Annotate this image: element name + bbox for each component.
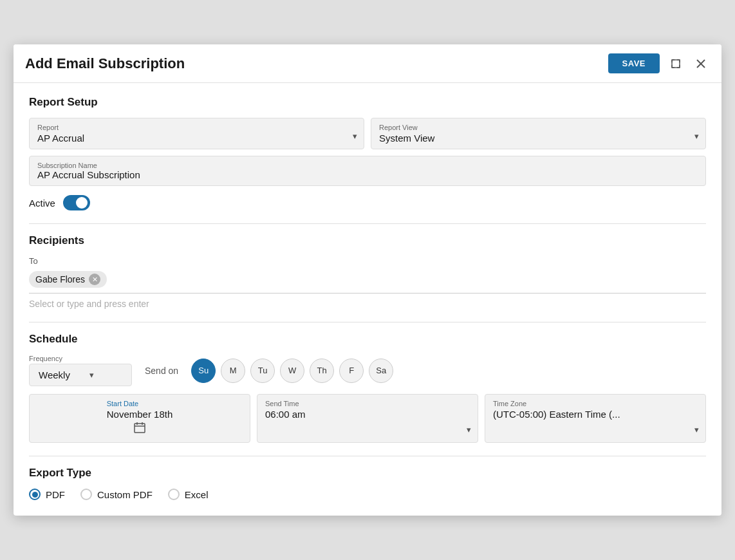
recipients-input-area[interactable]: Gabe Flores ✕ (29, 271, 706, 294)
report-value: AP Accrual (37, 133, 356, 144)
divider-2 (29, 322, 706, 322)
export-options: PDFCustom PDFExcel (29, 489, 706, 500)
frequency-dropdown[interactable]: Weekly ▾ (29, 364, 132, 386)
subscription-name-field[interactable]: Subscription Name AP Accrual Subscriptio… (29, 156, 706, 186)
report-view-dropdown[interactable]: Report View System View ▾ (371, 118, 706, 149)
start-date-value: November 18th (107, 409, 173, 420)
close-icon (696, 59, 706, 69)
day-button-su[interactable]: Su (191, 359, 216, 383)
schedule-section: Schedule Frequency Weekly ▾ Send on SuMT… (29, 333, 706, 443)
day-button-w[interactable]: W (280, 359, 304, 383)
frequency-arrow: ▾ (89, 370, 94, 380)
export-option-label: Excel (185, 489, 209, 500)
dialog-title: Add Email Subscription (25, 55, 185, 72)
day-button-tu[interactable]: Tu (250, 359, 275, 383)
radio-circle (29, 489, 41, 500)
start-date-field[interactable]: Start Date November 18th (29, 394, 250, 443)
chip-remove-button[interactable]: ✕ (89, 274, 100, 285)
start-date-label: Start Date (107, 400, 173, 407)
export-option-excel[interactable]: Excel (168, 489, 209, 500)
report-label: Report (37, 124, 356, 131)
radio-circle (80, 489, 92, 500)
recipients-section-title: Recipients (29, 234, 706, 247)
frequency-row: Frequency Weekly ▾ Send on SuMTuWThFSa (29, 355, 706, 386)
export-type-section-title: Export Type (29, 467, 706, 480)
toggle-slider (63, 195, 90, 210)
send-time-value: 06:00 am (265, 409, 470, 420)
report-setup-grid: Report AP Accrual ▾ Report View System V… (29, 118, 706, 149)
export-option-label: PDF (46, 489, 65, 500)
schedule-section-title: Schedule (29, 333, 706, 346)
active-row: Active (29, 195, 706, 210)
export-option-label: Custom PDF (97, 489, 153, 500)
divider-1 (29, 223, 706, 224)
subscription-name-label: Subscription Name (37, 162, 698, 169)
frequency-value: Weekly (39, 369, 70, 380)
active-toggle[interactable] (63, 195, 90, 210)
header-actions: SAVE (608, 53, 710, 73)
svg-rect-0 (672, 60, 680, 68)
export-type-section: Export Type PDFCustom PDFExcel (29, 467, 706, 500)
report-dropdown-arrow: ▾ (353, 131, 357, 141)
schedule-bottom-grid: Start Date November 18th Send Time (29, 394, 706, 443)
report-setup-section-title: Report Setup (29, 96, 706, 109)
chip-name: Gabe Flores (35, 274, 85, 285)
calendar-icon (133, 421, 146, 437)
time-zone-value: (UTC-05:00) Eastern Time (... (493, 409, 698, 420)
report-view-label: Report View (379, 124, 698, 131)
day-buttons: SuMTuWThFSa (191, 359, 393, 383)
svg-rect-3 (135, 424, 145, 433)
time-zone-dropdown[interactable]: Time Zone (UTC-05:00) Eastern Time (... … (485, 394, 706, 443)
dialog-header: Add Email Subscription SAVE (14, 44, 721, 83)
report-view-dropdown-arrow: ▾ (694, 131, 699, 141)
send-time-label: Send Time (265, 400, 470, 407)
close-button[interactable] (692, 56, 710, 71)
recipients-section: Recipients To Gabe Flores ✕ Select or ty… (29, 234, 706, 309)
day-button-th[interactable]: Th (310, 359, 334, 383)
recipient-chip-gabe-flores: Gabe Flores ✕ (29, 271, 107, 288)
send-time-arrow: ▾ (467, 425, 471, 434)
expand-icon (670, 58, 682, 70)
active-label: Active (29, 198, 55, 209)
divider-3 (29, 456, 706, 456)
day-button-sa[interactable]: Sa (369, 359, 393, 383)
add-email-subscription-dialog: Add Email Subscription SAVE (14, 44, 721, 516)
export-option-custom-pdf[interactable]: Custom PDF (80, 489, 153, 500)
send-time-dropdown[interactable]: Send Time 06:00 am ▾ (257, 394, 478, 443)
day-button-f[interactable]: F (339, 359, 364, 383)
recipients-placeholder: Select or type and press enter (29, 299, 706, 309)
day-button-m[interactable]: M (221, 359, 245, 383)
time-zone-arrow: ▾ (694, 425, 699, 434)
send-on-label: Send on (145, 366, 178, 376)
to-label: To (29, 256, 706, 266)
frequency-label: Frequency (29, 355, 132, 362)
dialog-body: Report Setup Report AP Accrual ▾ Report … (14, 83, 721, 516)
radio-circle (168, 489, 180, 500)
expand-button[interactable] (666, 55, 685, 72)
save-button[interactable]: SAVE (608, 53, 660, 73)
report-dropdown[interactable]: Report AP Accrual ▾ (29, 118, 364, 149)
time-zone-label: Time Zone (493, 400, 698, 407)
subscription-name-value: AP Accrual Subscription (37, 169, 698, 180)
report-view-value: System View (379, 133, 698, 144)
export-option-pdf[interactable]: PDF (29, 489, 65, 500)
